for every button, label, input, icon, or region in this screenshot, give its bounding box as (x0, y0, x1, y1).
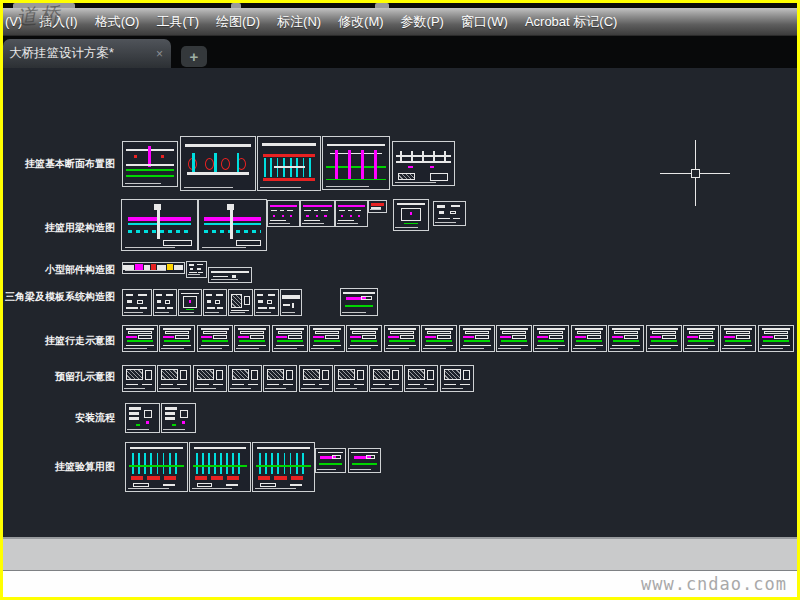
drawing-thumbnail[interactable] (340, 288, 378, 316)
drawing-thumbnail[interactable] (198, 199, 267, 251)
menu-item-4[interactable]: 绘图(D) (216, 13, 260, 31)
thumbnail-stroke (352, 463, 377, 465)
drawing-thumbnail[interactable] (263, 365, 297, 392)
drawing-thumbnail[interactable] (533, 325, 569, 352)
drawing-thumbnail[interactable] (122, 141, 178, 187)
drawing-thumbnail[interactable] (267, 200, 300, 227)
drawing-thumbnail[interactable] (228, 289, 253, 316)
drawing-thumbnail[interactable] (720, 325, 756, 352)
thumbnail-stroke (270, 220, 286, 221)
thumbnail-stroke (424, 384, 434, 385)
thumbnail-stroke (207, 307, 216, 309)
new-tab-button[interactable]: + (181, 46, 207, 67)
thumbnail-stroke (425, 328, 454, 330)
drawing-thumbnail[interactable] (193, 365, 227, 392)
tab-close-icon[interactable]: × (156, 47, 163, 61)
thumbnail-stroke (157, 300, 161, 303)
menu-item-1[interactable]: 插入(I) (39, 13, 77, 31)
drawing-thumbnail[interactable] (125, 442, 188, 492)
thumbnail-stroke (313, 328, 342, 330)
menu-item-3[interactable]: 工具(T) (156, 13, 199, 31)
drawing-thumbnail[interactable] (254, 289, 279, 316)
drawing-thumbnail[interactable] (571, 325, 607, 352)
drawing-thumbnail[interactable] (335, 200, 368, 227)
drawing-thumbnail[interactable] (421, 325, 457, 352)
menu-item-6[interactable]: 修改(M) (338, 13, 384, 31)
drawing-thumbnail[interactable] (153, 289, 177, 316)
menu-item-9[interactable]: Acrobat 标记(C) (525, 13, 617, 31)
drawing-thumbnail[interactable] (122, 289, 152, 316)
drawing-thumbnail[interactable] (197, 325, 233, 352)
drawing-thumbnail[interactable] (125, 403, 160, 433)
drawing-thumbnail[interactable] (440, 365, 474, 392)
menu-item-0[interactable]: (V) (5, 14, 22, 29)
drawing-thumbnail[interactable] (122, 262, 185, 274)
thumbnail-stroke (326, 179, 385, 181)
site-watermark: www.cndao.com (641, 574, 797, 594)
drawing-thumbnail[interactable] (280, 289, 302, 316)
drawing-thumbnail[interactable] (228, 365, 262, 392)
drawing-thumbnail[interactable] (404, 365, 438, 392)
drawing-thumbnail[interactable] (346, 325, 382, 352)
drawing-thumbnail[interactable] (122, 365, 156, 392)
drawing-thumbnail[interactable] (257, 136, 321, 191)
drawing-thumbnail[interactable] (180, 136, 256, 191)
drawing-thumbnail[interactable] (392, 141, 455, 186)
drawing-thumbnail[interactable] (315, 448, 346, 473)
thumbnail-stroke (161, 369, 179, 380)
drawing-thumbnail[interactable] (309, 325, 345, 352)
menu-item-7[interactable]: 参数(P) (401, 13, 444, 31)
thumbnail-stroke (126, 369, 144, 380)
drawing-thumbnail[interactable] (161, 403, 196, 433)
thumbnail-stroke (430, 173, 448, 181)
drawing-thumbnail[interactable] (646, 325, 682, 352)
thumbnail-stroke (651, 340, 677, 343)
thumbnail-stroke (316, 215, 319, 217)
file-tab-label: 大桥挂篮设计方案* (9, 45, 152, 62)
thumbnail-stroke (165, 331, 189, 335)
menu-item-8[interactable]: 窗口(W) (461, 13, 508, 31)
thumbnail-stroke (650, 345, 679, 346)
thumbnail-stroke (166, 294, 173, 296)
drawing-thumbnail[interactable] (178, 289, 202, 316)
drawing-thumbnail[interactable] (299, 365, 333, 392)
drawing-thumbnail[interactable] (208, 267, 252, 283)
drawing-thumbnail[interactable] (121, 199, 198, 251)
drawing-thumbnail[interactable] (608, 325, 644, 352)
file-tab-active[interactable]: 大桥挂篮设计方案* × (3, 39, 171, 68)
drawing-thumbnail[interactable] (368, 200, 387, 213)
drawing-thumbnail[interactable] (122, 325, 158, 352)
menu-item-5[interactable]: 标注(N) (277, 13, 321, 31)
thumbnail-stroke (309, 158, 311, 177)
drawing-thumbnail[interactable] (189, 442, 251, 492)
drawing-thumbnail[interactable] (433, 201, 466, 226)
thumbnail-stroke (430, 166, 435, 169)
thumbnail-stroke (163, 240, 192, 246)
thumbnail-stroke (151, 264, 156, 270)
drawing-thumbnail[interactable] (186, 261, 207, 278)
thumbnail-stroke (283, 304, 290, 307)
drawing-thumbnail[interactable] (159, 325, 195, 352)
drawing-thumbnail[interactable] (322, 136, 390, 190)
drawing-thumbnail[interactable] (203, 289, 227, 316)
menu-item-2[interactable]: 格式(O) (95, 13, 140, 31)
drawing-thumbnail[interactable] (252, 442, 315, 492)
thumbnail-stroke (350, 336, 360, 339)
drawing-thumbnail[interactable] (334, 365, 368, 392)
drawing-canvas[interactable]: 挂篮基本断面布置图挂篮用梁构造图小型部件构造图三角梁及模板系统构造图挂篮行走示意… (3, 68, 797, 537)
drawing-thumbnail[interactable] (272, 325, 308, 352)
drawing-thumbnail[interactable] (348, 448, 381, 473)
thumbnail-stroke (232, 453, 234, 475)
drawing-thumbnail[interactable] (758, 325, 794, 352)
menu-bar: (V)插入(I)格式(O)工具(T)绘图(D)标注(N)修改(M)参数(P)窗口… (3, 8, 797, 36)
drawing-thumbnail[interactable] (496, 325, 532, 352)
drawing-thumbnail[interactable] (300, 200, 335, 227)
drawing-thumbnail[interactable] (393, 199, 429, 231)
drawing-thumbnail[interactable] (384, 325, 420, 352)
drawing-thumbnail[interactable] (459, 325, 495, 352)
drawing-thumbnail[interactable] (234, 325, 270, 352)
drawing-thumbnail[interactable] (683, 325, 719, 352)
drawing-thumbnail[interactable] (369, 365, 403, 392)
thumbnail-stroke (427, 370, 434, 380)
drawing-thumbnail[interactable] (157, 365, 191, 392)
